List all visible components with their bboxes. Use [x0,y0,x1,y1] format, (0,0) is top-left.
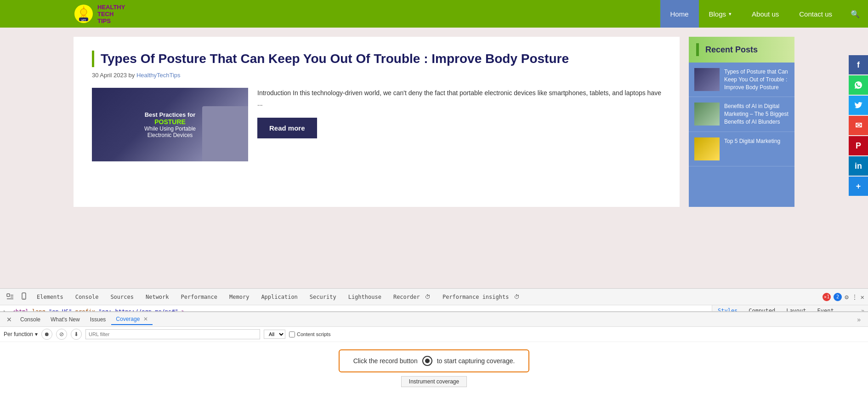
coverage-toolbar: Per function ▾ ⏺ ⊘ ⬇ All Content scripts [0,327,868,342]
sidebar-post-title-2: Benefits of AI in Digital Marketing – Th… [724,103,789,126]
whatsapp-button[interactable] [849,75,868,95]
article-meta: 30 April 2023 by HealthyTechTips [92,72,661,79]
warning-badge: 2 [834,293,842,301]
sidebar-title: Recent Posts [705,45,758,55]
devtools-tab-lighthouse[interactable]: Lighthouse [343,291,387,303]
logo-icon: HTT [74,4,94,24]
svg-rect-8 [7,294,10,297]
sidebar-post-title-1: Types of Posture that Can Keep You Out o… [724,68,789,91]
devtools-bottom-tabs: ✕ Console What's New Issues Coverage ✕ » [0,312,868,327]
coverage-tab-close[interactable]: ✕ [143,316,148,322]
content-scripts-label[interactable]: Content scripts [289,331,330,337]
social-bar: f ✉ P in + [849,55,868,196]
devtools-tab-performance-insights[interactable]: Performance insights ⏱ [437,291,525,303]
pinterest-button[interactable]: P [849,136,868,155]
linkedin-button[interactable]: in [849,156,868,176]
devtools-tab-elements[interactable]: Elements [31,291,69,303]
sidebar-post-3[interactable]: Top 5 Digital Marketing [689,132,794,166]
svg-text:HTT: HTT [81,19,86,22]
coverage-message-area: Click the record button to start capturi… [0,342,868,394]
content-scripts-checkbox[interactable] [289,331,295,337]
instrument-coverage-button[interactable]: Instrument coverage [401,376,467,387]
coverage-record-msg: Click the record button to start capturi… [339,349,530,372]
bottom-tab-whatsnew[interactable]: What's New [46,314,85,325]
sidebar-thumb-1 [694,68,720,91]
sidebar-post-title-3: Top 5 Digital Marketing [724,137,780,160]
coverage-msg-text2: to start capturing coverage. [437,357,515,365]
devtools-inspect-icon[interactable] [4,293,17,301]
article-excerpt: Introduction In this technology-driven w… [257,88,661,161]
bottom-close-icon[interactable]: ✕ [4,314,15,325]
devtools-more-icon[interactable]: ⋮ [851,293,858,301]
devtools-tab-application[interactable]: Application [255,291,303,303]
error-badge: ✕ 1 [823,293,831,301]
per-function-arrow: ▾ [35,331,38,337]
devtools-tab-sources[interactable]: Sources [105,291,139,303]
read-more-button[interactable]: Read more [257,118,317,138]
twitter-button[interactable] [849,96,868,115]
sidebar-post-1[interactable]: Types of Posture that Can Keep You Out o… [689,63,794,97]
devtools-settings-icon[interactable]: ⚙ [845,293,848,301]
article-body: Best Practices for POSTURE While Using P… [92,88,661,161]
devtools-tab-memory[interactable]: Memory [224,291,255,303]
svg-point-13 [23,298,24,299]
sidebar: Recent Posts Types of Posture that Can K… [689,37,794,207]
article-image-overlay: Best Practices for POSTURE While Using P… [140,107,200,143]
devtools-mobile-icon[interactable] [17,292,30,301]
devtools-tab-network[interactable]: Network [140,291,175,303]
devtools-close-icon[interactable]: ✕ [861,293,864,301]
sidebar-thumb-3 [694,137,720,160]
page-wrapper: Types Of Posture That Can Keep You Out O… [0,28,868,207]
logo[interactable]: HTT HEALTHY TECH TIPS [74,4,125,24]
devtools-right-icons: ✕ 1 2 ⚙ ⋮ ✕ [823,293,864,301]
devtools-tab-console[interactable]: Console [70,291,104,303]
nav-about[interactable]: About us [742,0,789,28]
logo-text: HEALTHY TECH TIPS [97,4,125,24]
coverage-msg-text: Click the record button [353,357,418,365]
sidebar-header: Recent Posts [689,37,794,63]
bottom-tab-console[interactable]: Console [16,314,45,325]
site-header: HTT HEALTHY TECH TIPS Home Blogs ▾ About… [0,0,868,28]
download-icon-btn[interactable]: ⬇ [71,329,82,340]
article-title: Types Of Posture That Can Keep You Out O… [92,51,661,67]
facebook-button[interactable]: f [849,55,868,74]
per-function-dropdown[interactable]: Per function ▾ [4,331,38,337]
nav-contact[interactable]: Contact us [789,0,842,28]
per-function-label: Per function [4,331,33,337]
devtools-bottom-panel: ✕ Console What's New Issues Coverage ✕ »… [0,311,868,394]
record-icon-btn[interactable]: ⏺ [41,329,52,340]
article-image: Best Practices for POSTURE While Using P… [92,88,248,161]
devtools-tab-performance[interactable]: Performance [176,291,223,303]
sidebar-thumb-2 [694,103,720,126]
article-image-person [202,106,248,161]
svg-point-2 [80,9,87,15]
all-dropdown[interactable]: All [264,330,285,339]
nav-home[interactable]: Home [660,0,699,28]
url-filter-input[interactable] [85,329,260,339]
nav-blogs[interactable]: Blogs ▾ [699,0,742,28]
bottom-tab-issues[interactable]: Issues [85,314,111,325]
devtools-tab-security[interactable]: Security [304,291,342,303]
record-btn-icon[interactable] [422,356,432,366]
main-nav: Home Blogs ▾ About us Contact us 🔍 [660,0,868,28]
devtools-tabs: Elements Console Sources Network Perform… [0,289,868,305]
devtools-tab-recorder[interactable]: Recorder ⏱ [388,291,436,303]
search-icon[interactable]: 🔍 [842,10,868,18]
share-button[interactable]: + [849,177,868,196]
stop-icon-btn[interactable]: ⊘ [56,329,67,340]
article-author-link[interactable]: HealthyTechTips [136,72,181,79]
email-button[interactable]: ✉ [849,116,868,135]
article-area: Types Of Posture That Can Keep You Out O… [74,37,680,207]
sidebar-post-2[interactable]: Benefits of AI in Digital Marketing – Th… [689,97,794,131]
bottom-panel-more-icon[interactable]: » [853,316,864,323]
bottom-tab-coverage[interactable]: Coverage ✕ [111,314,152,325]
